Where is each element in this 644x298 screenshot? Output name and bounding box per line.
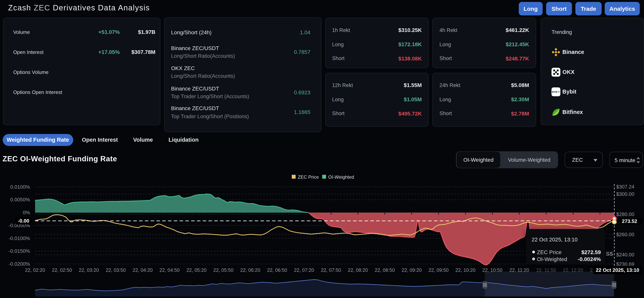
svg-text:$260.00: $260.00 (616, 232, 634, 237)
svg-text:22, 02:50: 22, 02:50 (52, 267, 72, 273)
svg-text:22, 03:50: 22, 03:50 (106, 267, 126, 273)
svg-text:-0.0150%: -0.0150% (9, 248, 30, 254)
svg-text:0.0100%: 0.0100% (10, 184, 30, 190)
svg-text:22, 03:20: 22, 03:20 (79, 267, 99, 273)
svg-text:0%: 0% (23, 210, 30, 215)
svg-text:22, 08:20: 22, 08:20 (348, 267, 368, 273)
svg-text:$240.00: $240.00 (616, 252, 634, 258)
svg-text:22, 09:20: 22, 09:20 (402, 267, 422, 273)
svg-text:22, 09:50: 22, 09:50 (428, 267, 448, 273)
svg-text:22, 10:20: 22, 10:20 (455, 267, 476, 273)
svg-text:22, 07:50: 22, 07:50 (321, 267, 341, 273)
svg-text:0.0050%: 0.0050% (10, 197, 30, 203)
svg-text:$307.24: $307.24 (616, 184, 634, 190)
svg-text:22, 05:20: 22, 05:20 (186, 267, 206, 273)
svg-text:22, 07:20: 22, 07:20 (294, 267, 314, 273)
svg-text:22, 08:50: 22, 08:50 (375, 267, 395, 273)
svg-text:-0.0200%: -0.0200% (9, 261, 30, 267)
svg-text:22, 06:50: 22, 06:50 (267, 267, 287, 273)
svg-text:22, 04:20: 22, 04:20 (132, 267, 152, 273)
svg-text:-0.0100%: -0.0100% (9, 236, 30, 241)
svg-text:$280.00: $280.00 (616, 211, 634, 217)
svg-text:22, 05:50: 22, 05:50 (213, 267, 233, 273)
svg-text:22, 02:20: 22, 02:20 (25, 267, 45, 273)
svg-text:$300.00: $300.00 (616, 191, 634, 197)
svg-text:22, 04:50: 22, 04:50 (160, 267, 180, 273)
svg-text:22, 06:20: 22, 06:20 (240, 267, 260, 273)
